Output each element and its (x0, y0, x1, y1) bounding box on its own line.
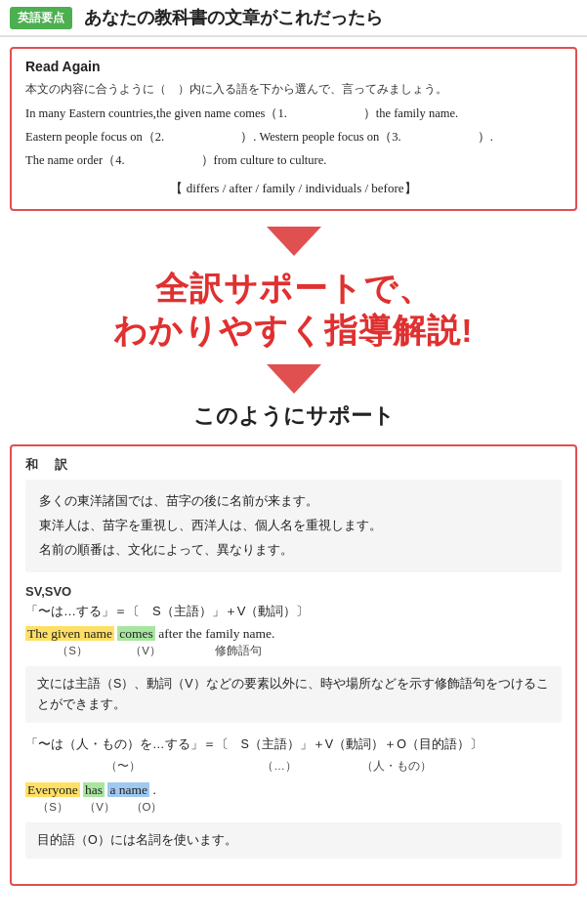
grammar1-note: 文には主語（S）、動詞（V）などの要素以外に、時や場所などを示す修飾語句をつける… (25, 666, 562, 724)
support-title: このようにサポート (10, 401, 577, 431)
grammar2-note: 目的語（O）には名詞を使います。 (25, 822, 562, 859)
label-mod1: 修飾語句 (180, 644, 297, 658)
highlight-has: has (83, 782, 105, 797)
label-o2: （O） (123, 800, 170, 815)
read-again-instruction: 本文の内容に合うように（ ）内に入る語を下から選んで、言ってみましょう。 (25, 80, 562, 99)
translation-section: 和 訳 多くの東洋諸国では、苗字の後に名前が来ます。 東洋人は、苗字を重視し、西… (0, 439, 587, 896)
read-again-line2: Eastern people focus on（2. ）. Western pe… (25, 130, 493, 144)
label-s2: （S） (29, 800, 76, 815)
header-badge: 英語要点 (10, 7, 72, 29)
read-again-section: Read Again 本文の内容に合うように（ ）内に入る語を下から選んで、言っ… (0, 37, 587, 217)
promo-text: 全訳サポートで、 わかりやすく指導解説! (10, 268, 577, 351)
arrow-icon-2 (267, 364, 321, 394)
label-hito: （人・もの） (338, 757, 455, 777)
read-again-title: Read Again (25, 59, 562, 74)
read-again-text-lines: In many Eastern countries,the given name… (25, 103, 562, 172)
label-v1: （V） (111, 644, 180, 658)
grammar1-labels: （S） （V） 修飾語句 (25, 644, 562, 658)
highlight-aname: a name (107, 782, 149, 797)
highlight-comes: comes (117, 626, 155, 641)
translation-line1: 多くの東洋諸国では、苗字の後に名前が来ます。 (39, 489, 548, 514)
arrow-icon-1 (267, 227, 321, 256)
label-s1: （S） (33, 644, 111, 658)
translation-label: 和 訳 (25, 456, 562, 474)
label-v2: （V） (76, 800, 123, 815)
promo-line1: 全訳サポートで、 (10, 268, 577, 310)
grammar1-sentence: The given name comes after the family na… (25, 626, 562, 642)
read-again-box: Read Again 本文の内容に合うように（ ）内に入る語を下から選んで、言っ… (10, 47, 577, 211)
translation-inner-box: 多くの東洋諸国では、苗字の後に名前が来ます。 東洋人は、苗字を重視し、西洋人は、… (25, 480, 562, 571)
arrow-down-1 (0, 217, 587, 260)
read-again-line1: In many Eastern countries,the given name… (25, 106, 458, 120)
read-again-choices: 【 differs / after / family / individuals… (25, 180, 562, 197)
highlight-everyone: Everyone (25, 782, 80, 797)
rest1: after the family name. (158, 626, 274, 641)
promo-line2: わかりやすく指導解説! (10, 310, 577, 352)
grammar2-sentence: Everyone has a name . (25, 782, 562, 798)
grammar1-label: SV,SVO (25, 584, 562, 599)
header-title: あなたの教科書の文章がこれだったら (84, 6, 383, 29)
translation-line2: 東洋人は、苗字を重視し、西洋人は、個人名を重視します。 (39, 514, 548, 538)
label-ellipsis: （…） (221, 757, 338, 777)
read-again-line3: The name order（4. ）from culture to cultu… (25, 153, 326, 167)
header: 英語要点 あなたの教科書の文章がこれだったら (0, 0, 587, 37)
label-tilde: （〜） (25, 757, 221, 777)
promo-section: 全訳サポートで、 わかりやすく指導解説! (0, 260, 587, 355)
highlight-given-name: The given name (25, 626, 114, 641)
grammar1-formula: 「〜は…する」＝〔 S（主語）」＋V（動詞）〕 (25, 603, 562, 620)
grammar2-formula-labels: （〜） （…） （人・もの） (25, 757, 562, 777)
translation-box: 和 訳 多くの東洋諸国では、苗字の後に名前が来ます。 東洋人は、苗字を重視し、西… (10, 444, 577, 886)
period: . (152, 782, 155, 797)
support-title-section: このようにサポート (0, 398, 587, 439)
grammar2-labels: （S） （V） （O） (25, 800, 562, 815)
grammar2-formula: 「〜は（人・もの）を…する」＝〔 S（主語）」＋V（動詞）＋O（目的語）〕 （〜… (25, 735, 562, 777)
grammar2-formula-text: 「〜は（人・もの）を…する」＝〔 S（主語）」＋V（動詞）＋O（目的語）〕 (25, 735, 562, 755)
arrow-down-2 (0, 355, 587, 398)
translation-line3: 名前の順番は、文化によって、異なります。 (39, 538, 548, 563)
